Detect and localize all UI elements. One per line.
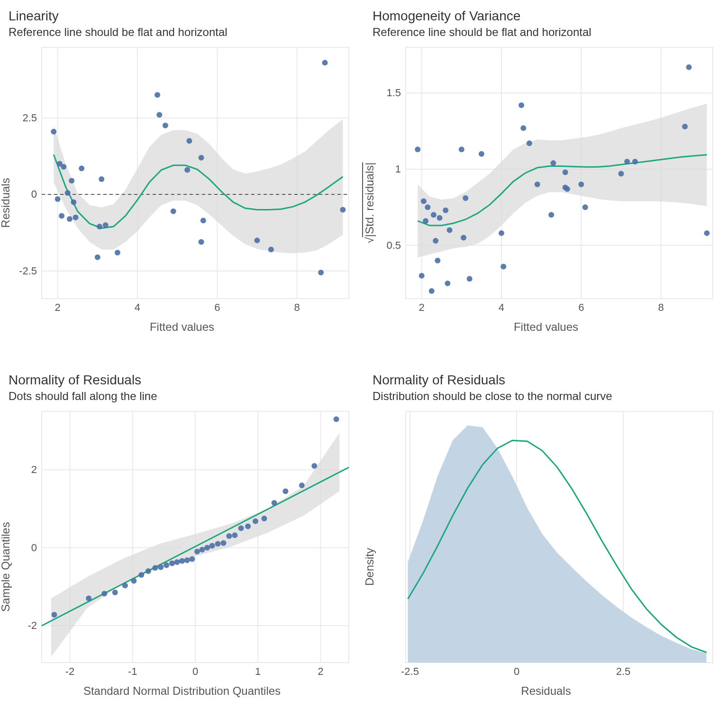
svg-point-70 (437, 215, 443, 221)
svg-point-67 (431, 212, 437, 218)
svg-point-144 (272, 500, 277, 506)
svg-point-87 (563, 169, 568, 175)
panel-title: Normality of Residuals (373, 373, 719, 388)
svg-point-116 (51, 612, 57, 618)
svg-point-132 (194, 549, 200, 555)
svg-point-29 (99, 176, 104, 182)
svg-point-30 (103, 222, 109, 228)
svg-point-145 (282, 488, 288, 494)
svg-point-147 (311, 463, 317, 469)
svg-point-71 (443, 208, 448, 213)
svg-point-17 (55, 196, 61, 202)
svg-point-62 (419, 273, 425, 279)
svg-point-134 (204, 545, 210, 551)
y-axis-label: Sample Quantiles (0, 522, 12, 611)
svg-point-63 (421, 198, 427, 204)
panel-title: Linearity (9, 9, 355, 24)
svg-point-27 (95, 255, 100, 260)
svg-point-24 (71, 199, 76, 205)
svg-point-43 (318, 270, 324, 275)
svg-point-37 (186, 138, 192, 144)
svg-point-21 (65, 190, 71, 196)
svg-point-143 (261, 516, 267, 521)
svg-text:0: 0 (31, 542, 37, 554)
svg-text:0: 0 (31, 188, 37, 200)
svg-point-45 (340, 207, 346, 213)
svg-point-94 (632, 159, 638, 164)
svg-point-33 (156, 112, 162, 118)
svg-point-91 (582, 204, 588, 210)
svg-point-118 (101, 591, 107, 597)
svg-point-74 (459, 146, 464, 152)
svg-point-66 (429, 288, 435, 294)
svg-point-84 (535, 182, 540, 187)
svg-point-77 (467, 276, 473, 282)
svg-text:-2: -2 (65, 665, 75, 677)
svg-point-79 (499, 230, 504, 236)
svg-point-22 (67, 216, 73, 222)
svg-point-92 (618, 171, 624, 177)
svg-point-34 (163, 123, 168, 128)
y-axis-label: √|Std. residuals| (363, 162, 376, 243)
homogeneity-plot: 24680.511.5 (373, 43, 719, 318)
svg-point-65 (425, 204, 430, 210)
svg-text:2.5: 2.5 (22, 112, 37, 124)
svg-point-78 (479, 151, 484, 157)
svg-point-139 (232, 532, 237, 538)
svg-point-137 (221, 540, 227, 546)
x-axis-label: Fitted values (9, 320, 355, 334)
svg-text:0.5: 0.5 (386, 239, 401, 251)
svg-point-75 (461, 235, 466, 241)
svg-text:8: 8 (294, 301, 300, 313)
svg-point-82 (520, 125, 526, 131)
svg-point-124 (152, 565, 158, 571)
svg-point-140 (238, 526, 244, 531)
svg-point-95 (682, 124, 688, 129)
svg-point-73 (447, 227, 453, 233)
svg-point-128 (174, 559, 180, 565)
svg-point-122 (138, 572, 144, 578)
svg-point-20 (61, 164, 66, 170)
y-axis-label: Density (363, 548, 376, 586)
x-axis-label: Residuals (373, 684, 719, 698)
svg-point-39 (199, 155, 204, 161)
svg-point-23 (69, 178, 74, 183)
svg-point-121 (131, 578, 136, 583)
svg-point-148 (334, 416, 339, 422)
svg-point-32 (155, 92, 160, 98)
panel-subtitle: Dots should fall along the line (9, 390, 355, 403)
svg-text:1: 1 (395, 163, 401, 175)
svg-point-16 (51, 129, 56, 135)
svg-point-123 (146, 568, 151, 574)
svg-point-97 (704, 230, 710, 236)
panel-subtitle: Reference line should be flat and horizo… (9, 26, 355, 39)
svg-text:-2.5: -2.5 (401, 665, 419, 677)
svg-text:6: 6 (214, 301, 220, 313)
svg-point-83 (527, 140, 532, 146)
svg-point-25 (73, 215, 79, 220)
svg-point-42 (268, 247, 274, 253)
svg-point-141 (245, 523, 251, 529)
svg-point-135 (209, 543, 215, 548)
svg-point-130 (184, 557, 190, 563)
svg-point-44 (322, 60, 328, 65)
svg-point-35 (171, 209, 176, 214)
svg-point-125 (158, 564, 164, 570)
panel-linearity: Linearity Reference line should be flat … (0, 0, 364, 364)
svg-point-146 (299, 482, 305, 488)
svg-point-76 (463, 195, 468, 201)
svg-point-41 (254, 237, 260, 243)
svg-point-38 (199, 239, 204, 245)
svg-point-133 (200, 547, 205, 553)
panel-title: Normality of Residuals (9, 373, 355, 388)
svg-point-86 (550, 160, 556, 166)
panel-density: Normality of Residuals Distribution shou… (364, 364, 728, 728)
svg-text:2: 2 (31, 464, 37, 475)
svg-point-119 (112, 590, 118, 595)
svg-text:0: 0 (192, 665, 198, 677)
svg-point-19 (59, 213, 64, 218)
svg-point-120 (122, 582, 128, 588)
svg-text:8: 8 (658, 301, 664, 313)
panel-title: Homogeneity of Variance (373, 9, 719, 24)
density-plot: -2.502.5 (373, 407, 719, 682)
